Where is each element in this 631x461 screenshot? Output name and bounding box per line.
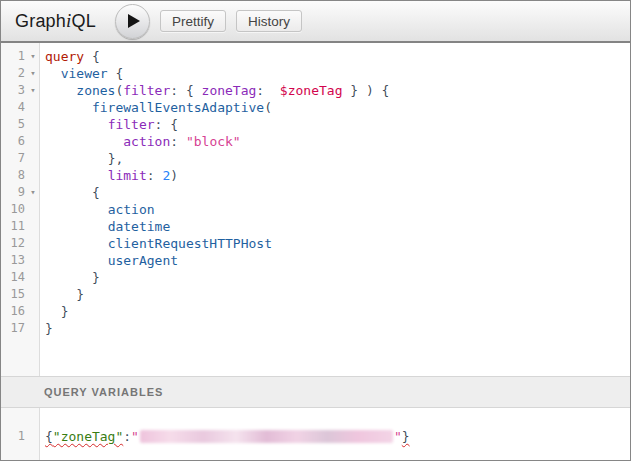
code-token [45, 66, 61, 81]
code-token: { [186, 83, 202, 98]
history-button[interactable]: History [236, 10, 302, 32]
query-code-area[interactable]: query { viewer { zones(filter: { zoneTag… [40, 43, 630, 376]
query-variables-title: QUERY VARIABLES [44, 386, 163, 398]
gutter-row: 1 ▾ [1, 428, 39, 445]
fold-arrow-icon[interactable]: ▾ [27, 48, 39, 65]
code-token: { [84, 49, 100, 64]
code-token: : [147, 168, 163, 183]
code-line[interactable]: clientRequestHTTPHost [45, 235, 630, 252]
gutter-row: 13▾ [1, 252, 39, 269]
code-token: " [131, 429, 139, 444]
graphiql-logo: GraphiQL [15, 10, 96, 32]
code-token: viewer [61, 66, 108, 81]
line-number: 11 [1, 218, 27, 235]
line-number: 7 [1, 150, 27, 167]
code-token: "zoneTag" [53, 429, 123, 444]
code-line[interactable]: firewallEventsAdaptive( [45, 99, 630, 116]
gutter-row: 8▾ [1, 167, 39, 184]
code-token: } ) { [342, 83, 389, 98]
line-number: 3 [1, 82, 27, 99]
gutter-row: 6▾ [1, 133, 39, 150]
line-number: 12 [1, 235, 27, 252]
variables-code-area[interactable]: {"zoneTag":""} [40, 408, 630, 460]
fold-arrow-icon[interactable]: ▾ [27, 82, 39, 99]
line-number: 8 [1, 167, 27, 184]
line-number: 13 [1, 252, 27, 269]
line-number: 2 [1, 65, 27, 82]
line-number: 5 [1, 116, 27, 133]
code-token: } [61, 304, 69, 319]
code-line[interactable]: limit: 2) [45, 167, 630, 184]
code-token: { [92, 185, 100, 200]
code-token: filter [123, 83, 170, 98]
play-icon [128, 14, 140, 28]
line-number: 17 [1, 320, 27, 337]
code-token: limit [108, 168, 147, 183]
gutter-row: 12▾ [1, 235, 39, 252]
code-token: : [155, 117, 171, 132]
code-line[interactable]: } [45, 303, 630, 320]
code-line[interactable]: filter: { [45, 116, 630, 133]
code-token [45, 304, 61, 319]
code-token: { [45, 429, 53, 444]
code-line[interactable]: datetime [45, 218, 630, 235]
code-token: action [108, 202, 155, 217]
line-number: 6 [1, 133, 27, 150]
code-token [45, 270, 92, 285]
code-token [45, 287, 76, 302]
code-token: }, [108, 151, 124, 166]
code-line[interactable]: { [45, 184, 630, 201]
gutter-row: 2▾ [1, 65, 39, 82]
code-line[interactable]: }, [45, 150, 630, 167]
query-variables-header[interactable]: QUERY VARIABLES [1, 376, 630, 408]
code-token: firewallEventsAdaptive [92, 100, 264, 115]
code-line[interactable]: action [45, 201, 630, 218]
code-token [45, 117, 108, 132]
code-token: $zoneTag [280, 83, 343, 98]
code-token: userAgent [108, 253, 178, 268]
variables-editor[interactable]: 1 ▾ {"zoneTag":""} [1, 408, 630, 460]
logo-text: Graph [15, 11, 66, 31]
variables-code-line[interactable]: {"zoneTag":""} [45, 428, 630, 445]
code-line[interactable]: } [45, 269, 630, 286]
variables-line-number-gutter: 1 ▾ [1, 408, 40, 460]
fold-arrow-icon[interactable]: ▾ [27, 184, 39, 201]
gutter-row: 5▾ [1, 116, 39, 133]
code-token [45, 219, 108, 234]
gutter-row: 17▾ [1, 320, 39, 337]
code-line[interactable]: } [45, 286, 630, 303]
fold-arrow-icon[interactable]: ▾ [27, 65, 39, 82]
code-token: ) [170, 168, 178, 183]
code-token [45, 202, 108, 217]
code-line[interactable]: viewer { [45, 65, 630, 82]
code-token: } [76, 287, 84, 302]
code-token: query [45, 49, 84, 64]
query-editor[interactable]: 1▾2▾3▾4▾5▾6▾7▾8▾9▾10▾11▾12▾13▾14▾15▾16▾1… [1, 43, 630, 376]
code-token [45, 151, 108, 166]
gutter-row: 14▾ [1, 269, 39, 286]
code-line[interactable]: } [45, 320, 630, 337]
code-line[interactable]: query { [45, 48, 630, 65]
code-token [45, 168, 108, 183]
code-token: { [108, 66, 124, 81]
code-token [45, 236, 108, 251]
code-line[interactable]: userAgent [45, 252, 630, 269]
execute-query-button[interactable] [115, 4, 150, 39]
code-token: : [170, 134, 186, 149]
gutter-row: 1▾ [1, 48, 39, 65]
gutter-row: 15▾ [1, 286, 39, 303]
line-number: 9 [1, 184, 27, 201]
code-token: filter [108, 117, 155, 132]
code-line[interactable]: action: "block" [45, 133, 630, 150]
code-line[interactable]: zones(filter: { zoneTag: $zoneTag } ) { [45, 82, 630, 99]
line-number: 10 [1, 201, 27, 218]
code-token [45, 253, 108, 268]
code-token: ( [264, 100, 272, 115]
gutter-row: 3▾ [1, 82, 39, 99]
line-number: 14 [1, 269, 27, 286]
prettify-button[interactable]: Prettify [160, 10, 226, 32]
code-token: { [170, 117, 178, 132]
line-number: 1 [1, 428, 27, 445]
gutter-row: 7▾ [1, 150, 39, 167]
line-number: 4 [1, 99, 27, 116]
